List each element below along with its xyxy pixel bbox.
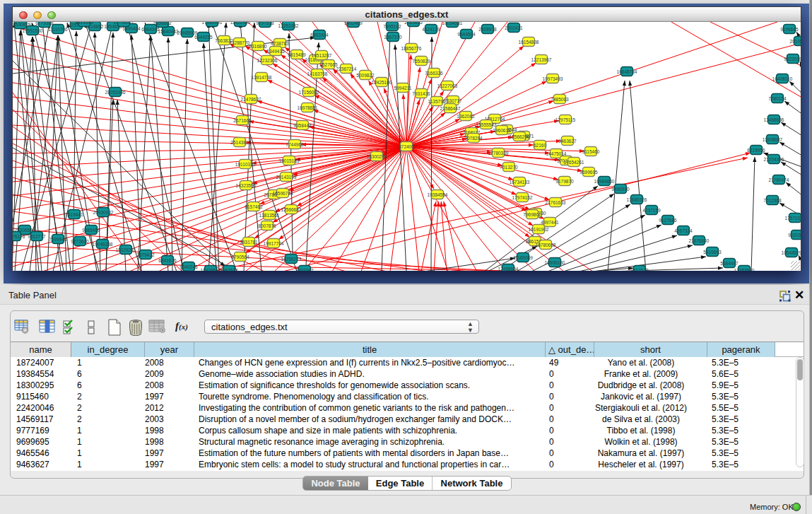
svg-text:20105530: 20105530 [790, 39, 801, 44]
svg-text:11110706: 11110706 [48, 27, 68, 32]
svg-text:8215956: 8215956 [747, 148, 765, 153]
svg-text:12425160: 12425160 [372, 80, 392, 85]
svg-text:3702297: 3702297 [295, 268, 314, 271]
svg-text:6664345: 6664345 [141, 27, 160, 32]
svg-text:4997441: 4997441 [541, 220, 559, 225]
svg-text:7599946: 7599946 [49, 237, 67, 242]
svg-text:13468636: 13468636 [764, 117, 784, 122]
svg-text:7485063: 7485063 [551, 97, 569, 102]
svg-text:18329513: 18329513 [201, 268, 221, 271]
svg-text:3667370: 3667370 [384, 35, 402, 40]
svg-text:9358444: 9358444 [293, 123, 312, 128]
svg-text:6790564: 6790564 [231, 255, 249, 259]
svg-text:62160: 62160 [534, 143, 546, 148]
svg-text:6883904: 6883904 [310, 33, 329, 37]
svg-text:16408110: 16408110 [772, 76, 793, 81]
svg-text:13813561: 13813561 [259, 213, 280, 218]
svg-text:19015183: 19015183 [279, 158, 300, 163]
svg-text:7013270: 7013270 [500, 165, 518, 170]
svg-text:7166326: 7166326 [425, 71, 443, 76]
svg-text:18876176: 18876176 [13, 234, 25, 239]
svg-text:19917704: 19917704 [264, 241, 284, 246]
svg-text:1362082: 1362082 [457, 114, 475, 119]
svg-text:17456684: 17456684 [498, 267, 519, 271]
svg-text:12232306: 12232306 [257, 58, 278, 63]
svg-text:5356662: 5356662 [153, 22, 172, 25]
svg-text:7280154: 7280154 [768, 96, 787, 101]
svg-text:5402469: 5402469 [344, 22, 363, 25]
svg-text:21761633: 21761633 [546, 200, 566, 205]
svg-text:10054581: 10054581 [442, 22, 463, 25]
svg-text:3931781: 3931781 [240, 240, 258, 245]
svg-text:4738783: 4738783 [271, 41, 289, 46]
svg-text:6841676: 6841676 [158, 258, 177, 263]
svg-text:18300295: 18300295 [367, 154, 387, 159]
svg-text:9496590: 9496590 [611, 187, 630, 192]
svg-text:7630717: 7630717 [444, 98, 462, 103]
svg-text:21204396: 21204396 [764, 157, 784, 162]
svg-text:10191902: 10191902 [529, 227, 549, 232]
svg-text:9179870: 9179870 [555, 179, 574, 184]
svg-text:6815489: 6815489 [288, 52, 306, 57]
svg-text:5994211: 5994211 [394, 86, 412, 90]
svg-text:9312777: 9312777 [28, 234, 46, 239]
svg-text:21676840: 21676840 [689, 238, 710, 243]
svg-text:21586447: 21586447 [440, 106, 461, 111]
svg-text:9115460: 9115460 [582, 149, 600, 154]
svg-text:17689991: 17689991 [202, 22, 223, 25]
svg-text:17551530: 17551530 [23, 28, 43, 33]
svg-text:7419441: 7419441 [65, 212, 83, 217]
svg-text:20930932: 20930932 [93, 210, 114, 215]
svg-text:9322039: 9322039 [784, 57, 801, 62]
svg-text:1135796: 1135796 [428, 99, 446, 104]
svg-text:7650829: 7650829 [412, 59, 430, 64]
svg-text:2379412: 2379412 [136, 252, 155, 257]
svg-text:9797538: 9797538 [256, 22, 274, 25]
svg-text:10544529: 10544529 [782, 250, 801, 255]
svg-text:17706027: 17706027 [114, 22, 134, 25]
svg-text:10973493: 10973493 [543, 76, 563, 81]
svg-text:4624129: 4624129 [422, 27, 440, 32]
svg-text:15555543: 15555543 [476, 122, 497, 127]
svg-text:17654261: 17654261 [564, 160, 584, 165]
svg-text:15840443: 15840443 [158, 29, 179, 34]
svg-text:2671665: 2671665 [233, 118, 252, 123]
svg-text:18724007: 18724007 [396, 144, 417, 149]
svg-text:2502421: 2502421 [505, 25, 523, 30]
svg-text:7744962: 7744962 [286, 142, 304, 147]
svg-text:12975115: 12975115 [555, 117, 576, 122]
svg-text:20143199: 20143199 [276, 175, 297, 180]
svg-text:9040245: 9040245 [180, 264, 198, 269]
svg-text:16780698: 16780698 [536, 243, 556, 247]
svg-text:6344255: 6344255 [194, 35, 213, 40]
svg-text:2514381: 2514381 [230, 140, 249, 145]
svg-text:4037159: 4037159 [642, 208, 661, 213]
svg-text:19384554: 19384554 [428, 192, 448, 197]
svg-text:16258273: 16258273 [281, 257, 302, 262]
svg-text:12253520: 12253520 [734, 268, 755, 271]
svg-text:6779368: 6779368 [35, 22, 54, 25]
svg-text:7969802: 7969802 [523, 212, 541, 217]
svg-text:14323596: 14323596 [236, 183, 257, 188]
svg-text:17780339: 17780339 [488, 151, 509, 156]
svg-text:8007876: 8007876 [258, 223, 276, 228]
svg-text:5009822: 5009822 [356, 73, 375, 78]
svg-text:9196645: 9196645 [780, 27, 799, 32]
svg-text:18856776: 18856776 [401, 46, 422, 51]
svg-text:11288770: 11288770 [230, 40, 250, 45]
svg-text:17156092: 17156092 [299, 90, 319, 95]
svg-text:14513287: 14513287 [312, 53, 332, 58]
svg-text:16154808: 16154808 [519, 40, 539, 45]
svg-text:5316693: 5316693 [703, 250, 722, 255]
svg-text:14163768: 14163768 [307, 71, 328, 76]
svg-text:12213967: 12213967 [531, 57, 552, 62]
svg-text:17571071: 17571071 [785, 216, 801, 221]
svg-text:9544504: 9544504 [457, 32, 476, 37]
svg-text:7931436: 7931436 [412, 91, 430, 96]
svg-text:12566683: 12566683 [281, 207, 302, 212]
svg-text:21760474: 21760474 [769, 177, 789, 182]
svg-text:7495102: 7495102 [383, 24, 401, 29]
svg-text:6157462: 6157462 [245, 204, 263, 209]
svg-text:9385460: 9385460 [82, 228, 100, 233]
svg-text:5684447: 5684447 [720, 261, 739, 266]
